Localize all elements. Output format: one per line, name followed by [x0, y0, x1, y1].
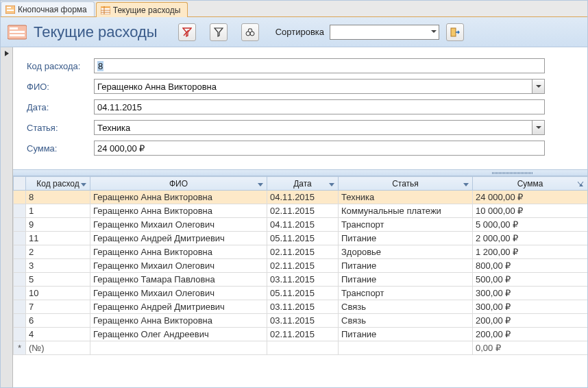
- column-header-fio[interactable]: ФИО: [90, 177, 267, 191]
- cell-sum[interactable]: 5 000,00 ₽: [473, 218, 588, 232]
- cell-sum[interactable]: 2 000,00 ₽: [473, 232, 588, 245]
- row-selector[interactable]: [14, 328, 26, 341]
- row-header-corner[interactable]: [14, 177, 26, 191]
- cell-sum[interactable]: 800,00 ₽: [473, 259, 588, 273]
- cell-date[interactable]: 03.11.2015: [267, 273, 339, 287]
- close-form-button[interactable]: [446, 23, 464, 41]
- field-id[interactable]: 8: [94, 58, 545, 73]
- row-selector[interactable]: [14, 218, 26, 232]
- field-sum[interactable]: 24 000,00 ₽: [94, 141, 545, 156]
- cell-sum[interactable]: 300,00 ₽: [473, 300, 588, 314]
- sort-dropdown-icon[interactable]: [328, 180, 335, 186]
- filter-button[interactable]: [210, 23, 228, 41]
- row-selector[interactable]: [14, 204, 26, 218]
- cell-id[interactable]: 3: [26, 259, 90, 273]
- sort-combo[interactable]: [330, 25, 439, 40]
- new-record-row[interactable]: *(№)0,00 ₽: [14, 341, 588, 355]
- cell-id[interactable]: 11: [26, 232, 90, 245]
- column-header-sum[interactable]: Сумма: [473, 177, 588, 191]
- table-row[interactable]: 11Геращенко Андрей Дмитриевич05.11.2015П…: [14, 232, 588, 245]
- cell-id[interactable]: 10: [26, 287, 90, 300]
- cell-article[interactable]: Питание: [339, 273, 473, 287]
- cell-fio[interactable]: Геращенко Михаил Олегович: [90, 259, 267, 273]
- sort-dropdown-icon[interactable]: [463, 180, 469, 186]
- chevron-down-icon[interactable]: [532, 121, 544, 134]
- table-row[interactable]: 6Геращенко Анна Викторовна03.11.2015Связ…: [14, 314, 588, 328]
- sort-dropdown-icon[interactable]: [578, 180, 585, 186]
- table-row[interactable]: 8Геращенко Анна Викторовна04.11.2015Техн…: [14, 191, 588, 204]
- find-button[interactable]: [241, 23, 259, 41]
- row-selector[interactable]: [14, 259, 26, 273]
- clear-filter-button[interactable]: [178, 23, 196, 41]
- cell-date[interactable]: 02.11.2015: [267, 259, 339, 273]
- cell-fio[interactable]: Геращенко Михаил Олегович: [90, 218, 267, 232]
- cell-id[interactable]: 2: [26, 245, 90, 259]
- cell-fio[interactable]: Геращенко Анна Викторовна: [90, 245, 267, 259]
- cell-date[interactable]: 03.11.2015: [267, 314, 339, 328]
- cell-sum[interactable]: 500,00 ₽: [473, 273, 588, 287]
- cell-id[interactable]: (№): [26, 341, 90, 355]
- row-selector[interactable]: [14, 287, 26, 300]
- field-date[interactable]: 04.11.2015: [94, 99, 545, 114]
- cell-id[interactable]: 7: [26, 300, 90, 314]
- cell-sum[interactable]: 300,00 ₽: [473, 287, 588, 300]
- tab-expenses[interactable]: Текущие расходы: [96, 2, 188, 17]
- cell-date[interactable]: 02.11.2015: [267, 245, 339, 259]
- column-header-article[interactable]: Статья: [339, 177, 473, 191]
- chevron-down-icon[interactable]: [532, 80, 544, 93]
- cell-article[interactable]: [339, 341, 473, 355]
- tab-button-form[interactable]: Кнопочная форма: [1, 1, 95, 16]
- cell-fio[interactable]: Геращенко Михаил Олегович: [90, 287, 267, 300]
- field-article[interactable]: Техника: [94, 120, 545, 135]
- cell-date[interactable]: 02.11.2015: [267, 328, 339, 341]
- cell-sum[interactable]: 200,00 ₽: [473, 328, 588, 341]
- cell-article[interactable]: Связь: [339, 300, 473, 314]
- row-selector[interactable]: [14, 191, 26, 204]
- cell-sum[interactable]: 1 200,00 ₽: [473, 245, 588, 259]
- cell-date[interactable]: 02.11.2015: [267, 204, 339, 218]
- cell-id[interactable]: 5: [26, 273, 90, 287]
- cell-fio[interactable]: Геращенко Андрей Дмитриевич: [90, 300, 267, 314]
- cell-fio[interactable]: Геращенко Андрей Дмитриевич: [90, 232, 267, 245]
- cell-article[interactable]: Коммунальные платежи: [339, 204, 473, 218]
- table-row[interactable]: 1Геращенко Анна Викторовна02.11.2015Комм…: [14, 204, 588, 218]
- cell-fio[interactable]: [90, 341, 267, 355]
- sort-dropdown-icon[interactable]: [257, 180, 264, 186]
- row-selector[interactable]: [14, 300, 26, 314]
- cell-date[interactable]: 05.11.2015: [267, 232, 339, 245]
- cell-article[interactable]: Питание: [339, 328, 473, 341]
- cell-id[interactable]: 8: [26, 191, 90, 204]
- cell-fio[interactable]: Геращенко Анна Викторовна: [90, 314, 267, 328]
- row-selector[interactable]: [14, 232, 26, 245]
- cell-fio[interactable]: Геращенко Тамара Павловна: [90, 273, 267, 287]
- cell-date[interactable]: 04.11.2015: [267, 191, 339, 204]
- split-bar[interactable]: [13, 169, 587, 176]
- cell-sum[interactable]: 24 000,00 ₽: [473, 191, 588, 204]
- column-header-date[interactable]: Дата: [267, 177, 339, 191]
- table-row[interactable]: 2Геращенко Анна Викторовна02.11.2015Здор…: [14, 245, 588, 259]
- field-fio[interactable]: Геращенко Анна Викторовна: [94, 79, 545, 94]
- table-row[interactable]: 5Геращенко Тамара Павловна03.11.2015Пита…: [14, 273, 588, 287]
- cell-date[interactable]: 04.11.2015: [267, 218, 339, 232]
- row-selector[interactable]: [14, 273, 26, 287]
- cell-article[interactable]: Транспорт: [339, 218, 473, 232]
- cell-date[interactable]: 05.11.2015: [267, 287, 339, 300]
- cell-date[interactable]: [267, 341, 339, 355]
- sort-dropdown-icon[interactable]: [80, 180, 87, 186]
- table-row[interactable]: 3Геращенко Михаил Олегович02.11.2015Пита…: [14, 259, 588, 273]
- cell-id[interactable]: 6: [26, 314, 90, 328]
- table-row[interactable]: 10Геращенко Михаил Олегович05.11.2015Тра…: [14, 287, 588, 300]
- cell-sum[interactable]: 0,00 ₽: [473, 341, 588, 355]
- column-header-id[interactable]: Код расход: [26, 177, 90, 191]
- cell-article[interactable]: Питание: [339, 259, 473, 273]
- row-selector[interactable]: [14, 245, 26, 259]
- cell-date[interactable]: 03.11.2015: [267, 300, 339, 314]
- cell-article[interactable]: Питание: [339, 232, 473, 245]
- cell-article[interactable]: Здоровье: [339, 245, 473, 259]
- cell-article[interactable]: Связь: [339, 314, 473, 328]
- table-row[interactable]: 4Геращенко Олег Андреевич02.11.2015Питан…: [14, 328, 588, 341]
- cell-fio[interactable]: Геращенко Анна Викторовна: [90, 204, 267, 218]
- cell-article[interactable]: Техника: [339, 191, 473, 204]
- row-selector[interactable]: [14, 314, 26, 328]
- cell-sum[interactable]: 10 000,00 ₽: [473, 204, 588, 218]
